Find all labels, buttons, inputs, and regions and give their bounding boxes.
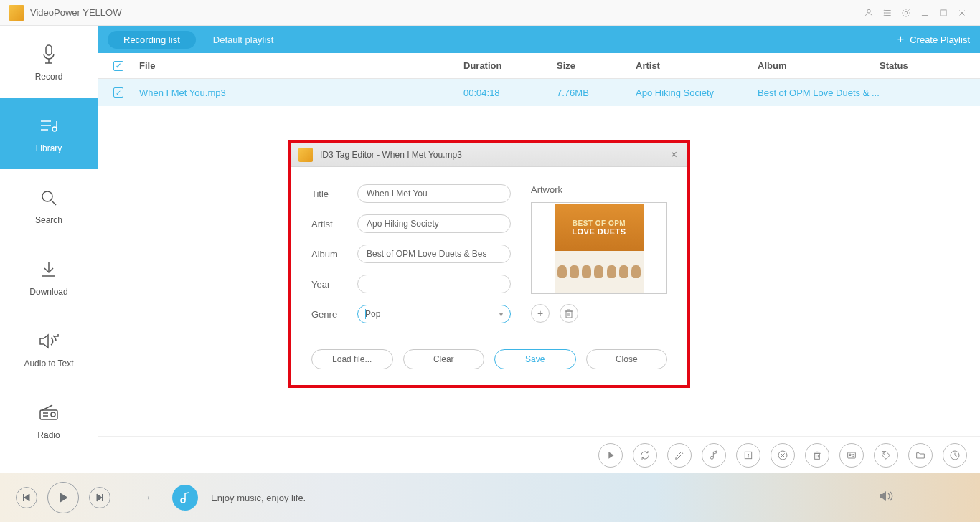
tabs-bar: Recording list Default playlist + Create… (98, 26, 980, 53)
radio-icon (38, 400, 60, 426)
svg-marker-30 (608, 452, 613, 458)
tag-button[interactable] (874, 443, 898, 468)
svg-point-54 (181, 498, 185, 503)
cell-file: When I Met You.mp3 (139, 87, 463, 98)
svg-rect-43 (848, 452, 856, 458)
svg-marker-24 (40, 335, 48, 348)
svg-rect-57 (566, 311, 572, 318)
arrow-icon: → (141, 491, 152, 504)
clear-button[interactable]: Clear (403, 349, 485, 369)
library-icon (38, 113, 60, 139)
sidebar-item-radio[interactable]: Radio (0, 384, 98, 456)
artwork-text-2: LOVE DUETS (572, 227, 626, 236)
sidebar-item-library[interactable]: Library (0, 98, 98, 169)
label-genre: Genre (311, 309, 357, 320)
refresh-button[interactable] (633, 443, 657, 468)
play-preview-button[interactable] (598, 443, 623, 468)
svg-line-21 (52, 201, 56, 205)
microphone-icon (40, 42, 57, 67)
artist-input[interactable] (357, 214, 511, 233)
svg-rect-38 (815, 453, 820, 459)
svg-point-0 (867, 9, 871, 13)
now-playing-icon (172, 485, 198, 511)
play-button[interactable] (47, 482, 79, 513)
edit-button[interactable] (667, 443, 692, 468)
svg-marker-51 (60, 493, 67, 502)
now-playing-text: Enjoy music, enjoy life. (211, 493, 306, 503)
svg-point-47 (883, 452, 885, 454)
dialog-close-button[interactable]: × (668, 148, 680, 161)
svg-point-18 (52, 127, 57, 131)
music-button[interactable] (702, 443, 726, 468)
cell-artist: Apo Hiking Society (636, 87, 758, 98)
titlebar: VideoPower YELLOW (0, 0, 980, 26)
svg-rect-9 (941, 9, 946, 15)
select-all-checkbox[interactable] (113, 61, 123, 71)
svg-marker-49 (24, 494, 29, 501)
svg-point-31 (710, 456, 713, 459)
list-icon[interactable] (878, 4, 897, 22)
artwork-image: BEST OF OPM LOVE DUETS (555, 204, 644, 293)
genre-select[interactable]: Pop (357, 305, 511, 323)
row-checkbox[interactable] (113, 87, 123, 98)
app-logo (9, 5, 24, 21)
album-input[interactable] (357, 245, 511, 263)
sidebar-item-record[interactable]: Record (0, 26, 98, 98)
sidebar-item-download[interactable]: Download (0, 241, 98, 313)
previous-button[interactable] (16, 487, 37, 508)
tab-default-playlist[interactable]: Default playlist (213, 34, 274, 45)
export-button[interactable] (736, 443, 760, 468)
gear-icon[interactable] (897, 4, 915, 22)
sidebar-item-label: Download (29, 287, 67, 297)
load-file-button[interactable]: Load file... (311, 349, 393, 369)
create-playlist-label: Create Playlist (910, 34, 970, 45)
remove-button[interactable] (771, 443, 795, 468)
svg-marker-52 (97, 494, 102, 501)
artwork-frame[interactable]: BEST OF OPM LOVE DUETS (531, 202, 667, 294)
user-icon[interactable] (859, 4, 878, 22)
svg-point-20 (42, 191, 52, 201)
delete-artwork-button[interactable] (560, 304, 578, 323)
volume-icon[interactable] (878, 490, 894, 506)
svg-line-29 (42, 405, 52, 410)
sidebar-item-search[interactable]: Search (0, 169, 98, 241)
sidebar-item-label: Search (35, 215, 62, 225)
maximize-icon[interactable] (934, 4, 953, 22)
table-row[interactable]: When I Met You.mp3 00:04:18 7.76MB Apo H… (98, 79, 980, 106)
column-header-size[interactable]: Size (557, 60, 636, 71)
save-button[interactable]: Save (494, 349, 576, 369)
history-button[interactable] (943, 443, 967, 468)
minimize-icon[interactable] (915, 4, 934, 22)
column-header-album[interactable]: Album (758, 60, 880, 71)
next-button[interactable] (89, 487, 110, 508)
svg-point-4 (884, 10, 885, 11)
plus-icon: + (897, 33, 904, 46)
column-header-file[interactable]: File (139, 60, 463, 71)
add-artwork-button[interactable]: + (531, 304, 550, 323)
app-title: VideoPower YELLOW (30, 7, 121, 18)
column-header-status[interactable]: Status (880, 60, 980, 71)
close-button[interactable]: Close (586, 349, 668, 369)
create-playlist-button[interactable]: + Create Playlist (897, 33, 970, 46)
svg-marker-56 (880, 491, 886, 501)
folder-button[interactable] (908, 443, 933, 468)
sidebar-item-audio-to-text[interactable]: Audio to Text (0, 313, 98, 384)
sidebar-item-label: Library (36, 143, 62, 153)
label-title: Title (311, 189, 357, 199)
player-bar: → Enjoy music, enjoy life. (0, 473, 980, 522)
svg-point-6 (884, 15, 885, 16)
close-icon[interactable] (953, 4, 971, 22)
column-header-artist[interactable]: Artist (636, 60, 758, 71)
bottom-toolbar (98, 436, 980, 473)
svg-point-44 (849, 454, 852, 456)
tab-recording-list[interactable]: Recording list (108, 31, 196, 49)
trash-button[interactable] (805, 443, 829, 468)
column-header-duration[interactable]: Duration (463, 60, 557, 71)
table-header: File Duration Size Artist Album Status (98, 53, 980, 79)
speaker-icon (38, 328, 60, 354)
download-icon (39, 257, 58, 283)
id-card-button[interactable] (839, 443, 864, 468)
title-input[interactable] (357, 184, 511, 203)
year-input[interactable] (357, 275, 511, 293)
sidebar-item-label: Audio to Text (24, 359, 73, 369)
